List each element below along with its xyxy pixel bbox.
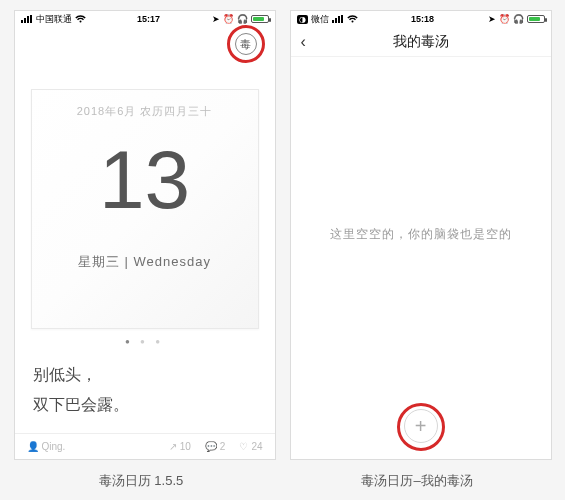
share-icon: ↗ xyxy=(169,441,177,452)
clock: 15:17 xyxy=(137,14,160,24)
carrier-label: 微信 xyxy=(311,13,329,26)
clock: 15:18 xyxy=(411,14,434,24)
battery-icon xyxy=(527,15,545,23)
alarm-icon: ⏰ xyxy=(223,14,234,24)
status-bar: 中国联通 15:17 ➤ ⏰ 🎧 xyxy=(15,11,275,27)
nav-arrow-icon: ➤ xyxy=(212,14,220,24)
headphone-icon: 🎧 xyxy=(513,14,524,24)
comment-icon: 💬 xyxy=(205,441,217,452)
status-bar: ◑ 微信 15:18 ➤ ⏰ 🎧 xyxy=(291,11,551,27)
svg-rect-3 xyxy=(30,15,32,23)
alarm-icon: ⏰ xyxy=(499,14,510,24)
screen-calendar: 中国联通 15:17 ➤ ⏰ 🎧 毒 2018年6月 农历四月三十 13 星期三… xyxy=(14,10,276,460)
quote-line-1: 别低头， xyxy=(33,360,257,390)
plus-icon: + xyxy=(415,415,427,438)
svg-rect-4 xyxy=(332,20,334,23)
svg-rect-5 xyxy=(335,18,337,23)
signal-icon xyxy=(21,15,33,23)
day-number: 13 xyxy=(32,135,258,225)
quote-line-2: 双下巴会露。 xyxy=(33,390,257,420)
weekday-label: 星期三 | Wednesday xyxy=(32,253,258,271)
screen-my-dutang: ◑ 微信 15:18 ➤ ⏰ 🎧 ‹ 我的毒汤 这里空空的，你的脑袋也是空的 xyxy=(290,10,552,460)
person-icon: 👤 xyxy=(27,441,39,452)
add-button[interactable]: + xyxy=(404,409,438,443)
quote-block: 别低头， 双下巴会露。 xyxy=(33,360,257,421)
du-button[interactable]: 毒 xyxy=(235,33,257,55)
share-button[interactable]: ↗ 10 xyxy=(169,441,191,452)
wifi-icon xyxy=(75,15,86,23)
app-badge-icon: ◑ xyxy=(297,15,308,24)
carrier-label: 中国联通 xyxy=(36,13,72,26)
svg-rect-1 xyxy=(24,18,26,23)
headphone-icon: 🎧 xyxy=(237,14,248,24)
comment-button[interactable]: 💬 2 xyxy=(205,441,226,452)
back-button[interactable]: ‹ xyxy=(301,33,306,51)
heart-icon: ♡ xyxy=(239,441,248,452)
wifi-icon xyxy=(347,15,358,23)
svg-rect-2 xyxy=(27,16,29,23)
du-button-label: 毒 xyxy=(240,37,251,52)
bottom-bar: 👤 Qing. ↗ 10 💬 2 ♡ 24 xyxy=(15,433,275,459)
date-line: 2018年6月 农历四月三十 xyxy=(32,104,258,119)
date-card[interactable]: 2018年6月 农历四月三十 13 星期三 | Wednesday xyxy=(31,89,259,329)
empty-state-text: 这里空空的，你的脑袋也是空的 xyxy=(291,226,551,243)
page-indicator: ● ● ● xyxy=(15,337,275,346)
caption-left: 毒汤日历 1.5.5 xyxy=(10,472,272,490)
caption-right: 毒汤日历–我的毒汤 xyxy=(286,472,548,490)
nav-title: 我的毒汤 xyxy=(393,33,449,51)
nav-arrow-icon: ➤ xyxy=(488,14,496,24)
signal-icon xyxy=(332,15,344,23)
svg-rect-7 xyxy=(341,15,343,23)
svg-rect-6 xyxy=(338,16,340,23)
author-label[interactable]: 👤 Qing. xyxy=(27,441,66,452)
nav-bar: ‹ 我的毒汤 xyxy=(291,27,551,57)
battery-icon xyxy=(251,15,269,23)
svg-rect-0 xyxy=(21,20,23,23)
like-button[interactable]: ♡ 24 xyxy=(239,441,262,452)
